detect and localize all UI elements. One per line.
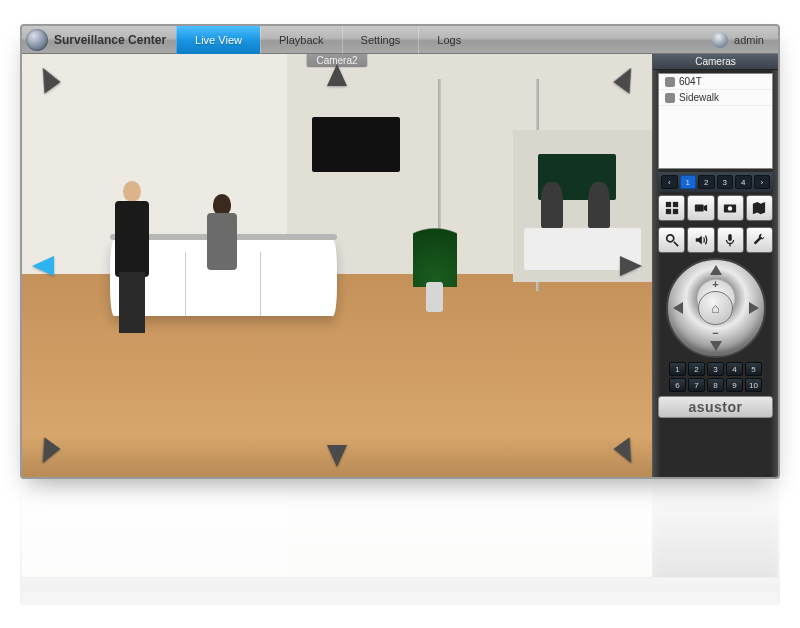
ptz-zoom-in-button[interactable]: + bbox=[712, 278, 718, 290]
emap-button[interactable] bbox=[746, 195, 773, 221]
layout-row: ‹ 1 2 3 4 › bbox=[658, 172, 773, 192]
settings-button[interactable] bbox=[746, 227, 773, 253]
side-panel-header: Cameras bbox=[653, 54, 778, 70]
preset-button[interactable]: 8 bbox=[707, 378, 724, 392]
preset-button[interactable]: 5 bbox=[745, 362, 762, 376]
preset-button[interactable]: 2 bbox=[688, 362, 705, 376]
snapshot-photo-button[interactable] bbox=[717, 195, 744, 221]
wrench-icon bbox=[752, 233, 766, 247]
preset-button[interactable]: 3 bbox=[707, 362, 724, 376]
tab-settings[interactable]: Settings bbox=[342, 26, 419, 54]
camera-icon bbox=[665, 93, 675, 103]
layout-next-button[interactable]: › bbox=[754, 175, 771, 189]
svg-point-6 bbox=[728, 206, 732, 210]
camera-list-item[interactable]: 604T bbox=[659, 74, 772, 90]
content: Camera2 Cameras 604T Sidewalk bbox=[22, 54, 778, 477]
ptz-overlay-left-icon[interactable] bbox=[32, 256, 54, 276]
ptz-left-button[interactable] bbox=[673, 302, 683, 314]
camera-list-label: 604T bbox=[679, 76, 702, 87]
svg-rect-0 bbox=[666, 202, 671, 207]
map-icon bbox=[752, 201, 766, 215]
app-logo-icon bbox=[26, 29, 48, 51]
mic-icon bbox=[723, 233, 737, 247]
svg-rect-8 bbox=[728, 234, 732, 241]
snapshot-button[interactable] bbox=[658, 195, 685, 221]
tab-live-view[interactable]: Live View bbox=[176, 26, 260, 54]
camera-list: 604T Sidewalk bbox=[658, 73, 773, 169]
brand-badge: asustor bbox=[658, 396, 773, 418]
toolbar-row-2 bbox=[658, 227, 773, 253]
ptz-up-button[interactable] bbox=[710, 265, 722, 275]
app-window: Surveillance Center Live View Playback S… bbox=[20, 24, 780, 479]
camera-list-item[interactable]: Sidewalk bbox=[659, 90, 772, 106]
grid-icon bbox=[665, 201, 679, 215]
preset-grid: 1 2 3 4 5 6 7 8 9 10 bbox=[665, 362, 766, 392]
mic-button[interactable] bbox=[717, 227, 744, 253]
user-name[interactable]: admin bbox=[734, 34, 764, 46]
svg-rect-4 bbox=[695, 205, 704, 212]
layout-3-button[interactable]: 3 bbox=[717, 175, 734, 189]
ptz-overlay-down-icon[interactable] bbox=[327, 445, 347, 467]
layout-prev-button[interactable]: ‹ bbox=[661, 175, 678, 189]
camera-feed bbox=[22, 54, 652, 477]
record-button[interactable] bbox=[687, 195, 714, 221]
zoom-button[interactable] bbox=[658, 227, 685, 253]
svg-rect-2 bbox=[666, 209, 671, 214]
audio-button[interactable] bbox=[687, 227, 714, 253]
preset-button[interactable]: 4 bbox=[726, 362, 743, 376]
side-panel: Cameras 604T Sidewalk ‹ 1 2 3 4 › bbox=[652, 54, 778, 477]
tab-logs[interactable]: Logs bbox=[418, 26, 479, 54]
user-icon bbox=[712, 32, 728, 48]
ptz-overlay-right-icon[interactable] bbox=[620, 256, 642, 276]
preset-button[interactable]: 1 bbox=[669, 362, 686, 376]
camera-icon bbox=[665, 77, 675, 87]
ptz-down-button[interactable] bbox=[710, 341, 722, 351]
photo-icon bbox=[723, 201, 737, 215]
ptz-dial: + − ⌂ bbox=[666, 258, 766, 358]
preset-button[interactable]: 10 bbox=[745, 378, 762, 392]
camera-icon bbox=[694, 201, 708, 215]
home-icon: ⌂ bbox=[711, 300, 719, 316]
layout-4-button[interactable]: 4 bbox=[735, 175, 752, 189]
app-title: Surveillance Center bbox=[54, 33, 166, 47]
video-viewport[interactable]: Camera2 bbox=[22, 54, 652, 477]
camera-list-label: Sidewalk bbox=[679, 92, 719, 103]
layout-1-button[interactable]: 1 bbox=[680, 175, 697, 189]
ptz-zoom-out-button[interactable]: − bbox=[712, 327, 718, 339]
svg-rect-3 bbox=[673, 209, 678, 214]
tab-playback[interactable]: Playback bbox=[260, 26, 342, 54]
ptz-right-button[interactable] bbox=[749, 302, 759, 314]
preset-button[interactable]: 7 bbox=[688, 378, 705, 392]
preset-button[interactable]: 9 bbox=[726, 378, 743, 392]
svg-point-7 bbox=[666, 235, 673, 242]
ptz-overlay-up-icon[interactable] bbox=[327, 64, 347, 86]
preset-button[interactable]: 6 bbox=[669, 378, 686, 392]
speaker-icon bbox=[694, 233, 708, 247]
toolbar-row-1 bbox=[658, 195, 773, 221]
svg-rect-1 bbox=[673, 202, 678, 207]
ptz-home-button[interactable]: ⌂ bbox=[698, 291, 733, 326]
menubar: Surveillance Center Live View Playback S… bbox=[22, 26, 778, 54]
layout-2-button[interactable]: 2 bbox=[698, 175, 715, 189]
zoom-icon bbox=[665, 233, 679, 247]
